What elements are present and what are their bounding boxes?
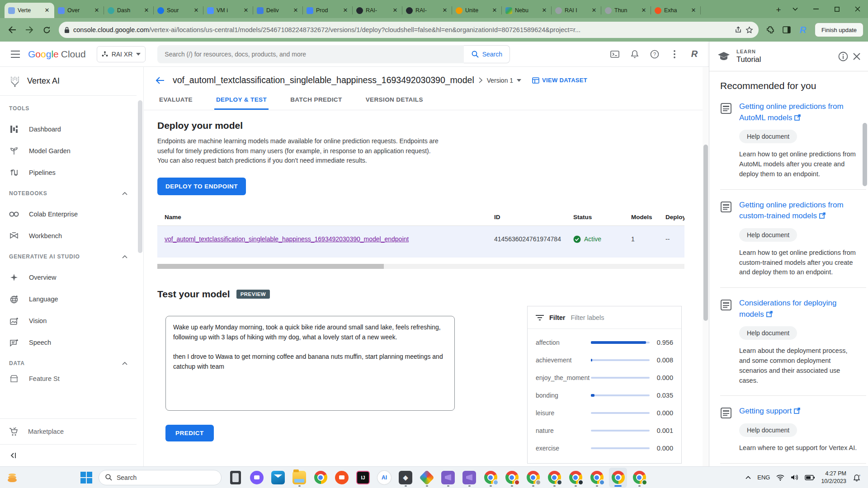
taskbar-app[interactable]: IJ [354, 468, 372, 488]
tab-batch-predict[interactable]: BATCH PREDICT [288, 90, 344, 110]
browser-tab[interactable]: Dash ✕ [104, 3, 154, 18]
taskbar-app[interactable] [524, 468, 542, 488]
taskbar-app[interactable] [226, 468, 245, 488]
project-selector[interactable]: RAI XR [97, 46, 146, 62]
endpoint-link[interactable]: vof_automl_textclassification_singlelabl… [165, 235, 409, 243]
sidebar-item-workbench[interactable]: Workbench [0, 225, 137, 247]
tab-close-icon[interactable]: ✕ [690, 7, 697, 14]
sidebar-item-model-garden[interactable]: Model Garden [0, 140, 137, 162]
taskbar-app[interactable] [588, 468, 606, 488]
new-tab-button[interactable]: + [772, 4, 785, 16]
wifi-icon[interactable] [776, 474, 784, 481]
browser-tab[interactable]: Unite ✕ [452, 3, 502, 18]
minimize-button[interactable] [806, 1, 826, 17]
taskbar-search[interactable]: Search [99, 470, 222, 485]
address-bar[interactable]: console.cloud.google.com/vertex-ai/locat… [59, 22, 759, 38]
sidebar-item-language[interactable]: Language [0, 288, 137, 310]
taskbar-app[interactable]: ◆ [396, 468, 415, 488]
tab-close-icon[interactable]: ✕ [143, 7, 150, 14]
tab-close-icon[interactable]: ✕ [93, 7, 100, 14]
learn-scrollbar-thumb[interactable] [863, 123, 867, 186]
browser-tab[interactable]: RAI I ✕ [552, 3, 601, 18]
taskbar-app[interactable] [630, 468, 648, 488]
tab-deploy-test[interactable]: DEPLOY & TEST [214, 90, 269, 110]
version-selector[interactable]: Version 1 [487, 77, 521, 84]
notifications-bell-icon[interactable] [626, 45, 644, 63]
tab-close-icon[interactable]: ✕ [441, 7, 448, 14]
search-button[interactable]: Search [464, 45, 510, 63]
learn-card-link[interactable]: Getting online predictions from AutoML m… [739, 101, 857, 123]
learn-card-link[interactable]: Considerations for deploying models [739, 298, 857, 320]
nav-menu-button[interactable] [6, 45, 24, 63]
battery-icon[interactable] [805, 475, 815, 480]
main-scrollbar-thumb[interactable] [703, 145, 708, 321]
browser-tab[interactable]: Exha ✕ [651, 3, 701, 18]
sidebar-item-marketplace[interactable]: Marketplace [0, 418, 137, 445]
browser-tab[interactable]: Verte ✕ [5, 3, 54, 18]
chevron-up-icon[interactable] [122, 192, 127, 195]
volume-icon[interactable] [791, 474, 798, 481]
sidebar-item-speech[interactable]: Speech [0, 332, 137, 353]
reload-button[interactable] [39, 22, 54, 38]
tab-close-icon[interactable]: ✕ [640, 7, 647, 14]
tab-close-icon[interactable]: ✕ [342, 7, 349, 14]
browser-profile-avatar[interactable]: R [796, 23, 810, 37]
sidebar-section-generative-ai-studio[interactable]: GENERATIVE AI STUDIO [0, 247, 137, 267]
browser-tab[interactable]: Over ✕ [54, 3, 104, 18]
taskbar-app[interactable] [460, 468, 478, 488]
more-vert-icon[interactable] [665, 45, 684, 63]
maximize-button[interactable] [826, 1, 847, 17]
taskbar-app[interactable] [566, 468, 585, 488]
tab-version-details[interactable]: VERSION DETAILS [364, 90, 425, 110]
back-arrow-button[interactable] [156, 76, 168, 84]
learn-card-link[interactable]: Getting support [739, 406, 857, 417]
language-indicator[interactable]: ENG [757, 474, 770, 481]
predict-button[interactable]: PREDICT [165, 425, 214, 441]
taskbar-app[interactable] [609, 468, 627, 488]
side-panel-icon[interactable] [779, 23, 794, 37]
tab-close-icon[interactable]: ✕ [590, 7, 598, 14]
taskbar-app[interactable] [311, 468, 330, 488]
info-icon[interactable] [838, 52, 848, 61]
taskbar-app[interactable] [269, 468, 287, 488]
notification-bell-icon[interactable]: z [853, 474, 861, 482]
browser-tab[interactable]: RAI- ✕ [402, 3, 452, 18]
taskbar-app[interactable] [418, 468, 436, 488]
deploy-to-endpoint-button[interactable]: DEPLOY TO ENDPOINT [157, 178, 246, 195]
taskbar-app[interactable]: AI [375, 468, 393, 488]
tab-close-icon[interactable]: ✕ [193, 7, 200, 14]
forward-button[interactable] [22, 22, 37, 38]
learn-card-link[interactable]: Getting online predictions from custom-t… [739, 200, 857, 222]
sidebar-item-feature-st[interactable]: Feature St [0, 373, 137, 384]
table-hscroll-thumb[interactable] [157, 264, 384, 269]
finish-update-button[interactable]: Finish update [815, 23, 863, 37]
cloud-shell-icon[interactable] [606, 45, 624, 63]
tab-close-icon[interactable]: ✕ [292, 7, 299, 14]
sidebar-item-overview[interactable]: Overview [0, 267, 137, 288]
global-search-input[interactable] [157, 45, 464, 63]
sidebar-collapse-button[interactable] [0, 445, 137, 466]
browser-tab[interactable]: Deliv ✕ [253, 3, 303, 18]
sidebar-section-data[interactable]: DATA [0, 353, 137, 373]
close-window-button[interactable] [847, 1, 868, 17]
browser-tab[interactable]: VM i ✕ [203, 3, 253, 18]
sidebar-item-colab-enterprise[interactable]: Colab Enterprise [0, 203, 137, 225]
browser-tab[interactable]: Nebu ✕ [502, 3, 552, 18]
sidebar-item-pipelines[interactable]: Pipelines [0, 162, 137, 183]
extensions-puzzle-icon[interactable] [763, 23, 778, 37]
test-text-input[interactable] [165, 316, 455, 411]
taskbar-app[interactable] [248, 468, 266, 488]
sidebar-scrollbar-thumb[interactable] [138, 100, 142, 253]
chevron-up-icon[interactable] [122, 255, 127, 258]
bookmark-star-icon[interactable] [745, 26, 753, 34]
taskbar-app[interactable] [503, 468, 521, 488]
taskbar-app[interactable] [481, 468, 500, 488]
taskbar-app[interactable] [290, 468, 308, 488]
browser-tab[interactable]: Sour ✕ [154, 3, 203, 18]
tab-close-icon[interactable]: ✕ [491, 7, 498, 14]
taskbar-clock[interactable]: 4:27 PM 10/2/2023 [821, 470, 846, 485]
browser-tab[interactable]: Thun ✕ [601, 3, 651, 18]
share-icon[interactable] [735, 26, 742, 33]
taskbar-app[interactable] [333, 468, 351, 488]
chevron-up-icon[interactable] [122, 362, 127, 365]
